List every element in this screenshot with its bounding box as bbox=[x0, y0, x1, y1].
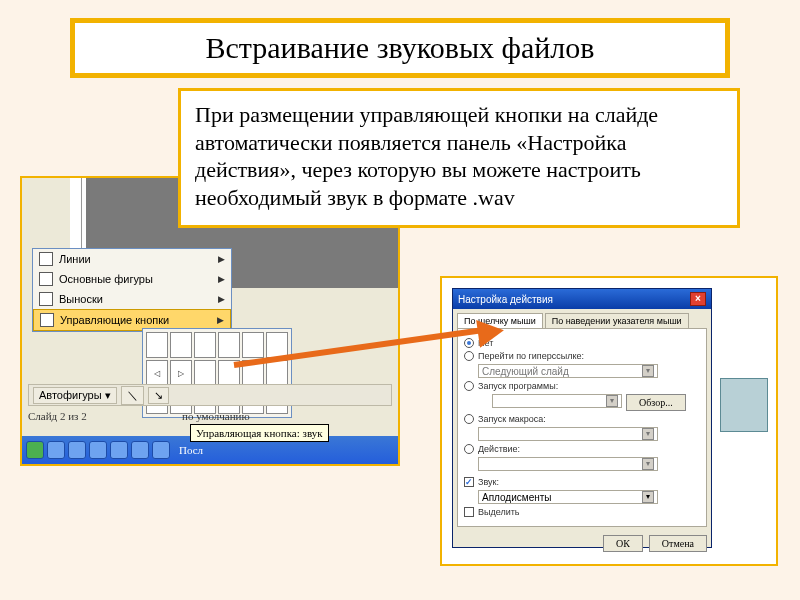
action-button-option[interactable] bbox=[170, 332, 192, 358]
slide-counter: Слайд 2 из 2 bbox=[28, 410, 87, 422]
menu-item-label: Линии bbox=[59, 253, 91, 265]
chevron-down-icon: ▾ bbox=[642, 428, 654, 440]
menu-item-callouts[interactable]: Выноски ▶ bbox=[33, 289, 231, 309]
option-action[interactable]: Действие: bbox=[464, 444, 700, 454]
dropdown-value: Следующий слайд bbox=[482, 366, 569, 377]
checkbox-sound[interactable]: ✓Звук: bbox=[464, 477, 700, 487]
option-run-macro[interactable]: Запуск макроса: bbox=[464, 414, 700, 424]
radio-icon bbox=[464, 351, 474, 361]
taskbar-app-icon[interactable] bbox=[152, 441, 170, 459]
radio-icon bbox=[464, 338, 474, 348]
callouts-icon bbox=[39, 292, 53, 306]
menu-item-label: Управляющие кнопки bbox=[60, 314, 169, 326]
menu-item-lines[interactable]: Линии ▶ bbox=[33, 249, 231, 269]
chevron-right-icon: ▶ bbox=[218, 254, 225, 264]
dialog-titlebar: Настройка действия × bbox=[453, 289, 711, 309]
menu-item-label: Выноски bbox=[59, 293, 103, 305]
menu-item-basic-shapes[interactable]: Основные фигуры ▶ bbox=[33, 269, 231, 289]
body-text: При размещении управляющей кнопки на сла… bbox=[195, 101, 723, 211]
button-label: Обзор... bbox=[639, 397, 673, 408]
tab-on-hover[interactable]: По наведении указателя мыши bbox=[545, 313, 689, 328]
action-button-option[interactable]: ▷ bbox=[170, 360, 192, 386]
body-text-box: При размещении управляющей кнопки на сла… bbox=[178, 88, 740, 228]
option-label: Перейти по гиперссылке: bbox=[478, 351, 584, 361]
toolbar-line-icon[interactable]: ＼ bbox=[121, 386, 144, 405]
taskbar-ie-icon[interactable] bbox=[47, 441, 65, 459]
action-button-option[interactable] bbox=[146, 332, 168, 358]
ok-button[interactable]: ОК bbox=[603, 535, 643, 552]
option-label: Запуск программы: bbox=[478, 381, 558, 391]
autoshapes-button[interactable]: Автофигуры ▾ bbox=[33, 387, 117, 404]
program-path-input[interactable]: ▾ bbox=[492, 394, 622, 408]
cancel-button[interactable]: Отмена bbox=[649, 535, 707, 552]
autoshapes-flyout-menu: Линии ▶ Основные фигуры ▶ Выноски ▶ Упра… bbox=[32, 248, 232, 332]
chevron-down-icon: ▾ bbox=[642, 458, 654, 470]
annotation-arrow-head bbox=[476, 316, 506, 347]
start-button-icon[interactable] bbox=[26, 441, 44, 459]
taskbar-app-icon[interactable] bbox=[131, 441, 149, 459]
close-icon[interactable]: × bbox=[690, 292, 706, 306]
dialog-button-row: ОК Отмена bbox=[453, 531, 711, 556]
action-button-option[interactable]: ◁ bbox=[146, 360, 168, 386]
action-button-option[interactable] bbox=[242, 332, 264, 358]
option-label: Действие: bbox=[478, 444, 520, 454]
option-label: Выделить bbox=[478, 507, 520, 517]
taskbar-firefox-icon[interactable] bbox=[89, 441, 107, 459]
action-buttons-icon bbox=[40, 313, 54, 327]
drawing-toolbar: Автофигуры ▾ ＼ ↘ bbox=[28, 384, 392, 406]
browse-button[interactable]: Обзор... bbox=[626, 394, 686, 411]
option-label: Звук: bbox=[478, 477, 499, 487]
chevron-right-icon: ▶ bbox=[218, 294, 225, 304]
button-label: ОК bbox=[616, 538, 630, 549]
checkbox-icon bbox=[464, 507, 474, 517]
basic-shapes-icon bbox=[39, 272, 53, 286]
chevron-down-icon: ▾ bbox=[642, 365, 654, 377]
radio-icon bbox=[464, 444, 474, 454]
action-dropdown[interactable]: ▾ bbox=[478, 457, 658, 471]
dialog-body: Нет Перейти по гиперссылке: Следующий сл… bbox=[457, 328, 707, 527]
slide-title: Встраивание звуковых файлов bbox=[91, 31, 709, 65]
status-default-label: по умолчанию bbox=[182, 410, 250, 422]
radio-icon bbox=[464, 381, 474, 391]
macro-dropdown[interactable]: ▾ bbox=[478, 427, 658, 441]
inserted-action-button-shape[interactable] bbox=[720, 378, 768, 432]
taskbar-app-label[interactable]: Посл bbox=[179, 444, 203, 456]
taskbar-save-icon[interactable] bbox=[68, 441, 86, 459]
slide-title-box: Встраивание звуковых файлов bbox=[70, 18, 730, 78]
dropdown-value: Аплодисменты bbox=[482, 492, 552, 503]
option-label: Запуск макроса: bbox=[478, 414, 546, 424]
chevron-right-icon: ▶ bbox=[217, 315, 224, 325]
autoshapes-label: Автофигуры bbox=[39, 389, 102, 401]
checkbox-highlight[interactable]: Выделить bbox=[464, 507, 700, 517]
button-label: Отмена bbox=[662, 538, 694, 549]
toolbar-arrow-icon[interactable]: ↘ bbox=[148, 387, 169, 404]
hyperlink-dropdown[interactable]: Следующий слайд▾ bbox=[478, 364, 658, 378]
chevron-right-icon: ▶ bbox=[218, 274, 225, 284]
dialog-title-text: Настройка действия bbox=[458, 294, 553, 305]
action-button-option[interactable] bbox=[194, 360, 216, 386]
action-button-option[interactable] bbox=[218, 332, 240, 358]
tooltip-action-button-sound: Управляющая кнопка: звук bbox=[190, 424, 329, 442]
checkbox-icon: ✓ bbox=[464, 477, 474, 487]
action-button-option[interactable] bbox=[194, 332, 216, 358]
menu-item-label: Основные фигуры bbox=[59, 273, 153, 285]
radio-icon bbox=[464, 414, 474, 424]
option-run-program[interactable]: Запуск программы: bbox=[464, 381, 700, 391]
chevron-down-icon: ▾ bbox=[606, 395, 618, 407]
taskbar-app-icon[interactable] bbox=[110, 441, 128, 459]
tab-label: По наведении указателя мыши bbox=[552, 316, 682, 326]
chevron-down-icon: ▾ bbox=[642, 491, 654, 503]
option-hyperlink[interactable]: Перейти по гиперссылке: bbox=[464, 351, 700, 361]
sound-dropdown[interactable]: Аплодисменты▾ bbox=[478, 490, 658, 504]
lines-icon bbox=[39, 252, 53, 266]
action-button-option[interactable] bbox=[266, 360, 288, 386]
